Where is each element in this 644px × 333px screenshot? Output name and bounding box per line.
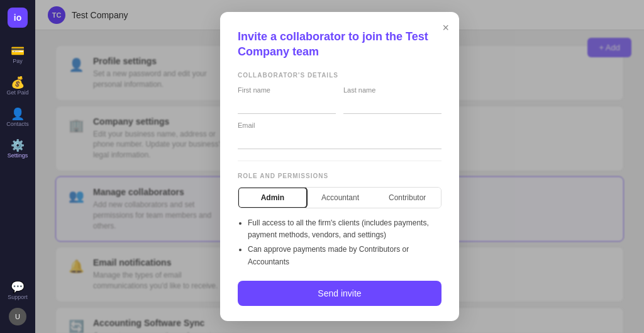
settings-icon: ⚙️ bbox=[11, 140, 25, 151]
role-section-label: ROLE AND PERMISSIONS bbox=[238, 172, 441, 179]
sidebar-item-support-label: Support bbox=[8, 294, 28, 300]
get-paid-icon: 💰 bbox=[11, 77, 25, 88]
modal-overlay: × Invite a collaborator to join the Test… bbox=[35, 0, 644, 333]
email-input[interactable] bbox=[238, 132, 441, 149]
role-admin-button[interactable]: Admin bbox=[238, 187, 308, 208]
sidebar-item-pay[interactable]: 💳 Pay bbox=[3, 40, 33, 69]
user-avatar[interactable]: U bbox=[9, 308, 26, 325]
support-icon: 💬 bbox=[11, 281, 25, 293]
form-divider bbox=[238, 161, 441, 161]
first-name-label: First name bbox=[238, 86, 336, 94]
modal-title: Invite a collaborator to join the Test C… bbox=[238, 30, 441, 59]
send-invite-button[interactable]: Send invite bbox=[238, 281, 441, 306]
permission-item-0: Full access to all the firm's clients (i… bbox=[248, 217, 441, 241]
sidebar-item-contacts-label: Contacts bbox=[6, 121, 29, 127]
user-avatar-initials: U bbox=[15, 313, 20, 320]
role-contributor-button[interactable]: Contributor bbox=[374, 188, 441, 208]
permission-item-1: Can approve payments made by Contributor… bbox=[248, 244, 441, 268]
modal-close-button[interactable]: × bbox=[442, 22, 449, 33]
sidebar-item-pay-label: Pay bbox=[13, 58, 23, 64]
sidebar-item-contacts[interactable]: 👤 Contacts bbox=[3, 103, 33, 132]
main-content: TC Test Company + Add 👤 Profile settings… bbox=[35, 0, 644, 333]
sidebar-item-settings[interactable]: ⚙️ Settings bbox=[3, 135, 33, 164]
last-name-label: Last name bbox=[343, 86, 441, 94]
invite-collaborator-modal: × Invite a collaborator to join the Test… bbox=[220, 12, 459, 321]
sidebar-item-get-paid-label: Get Paid bbox=[6, 89, 28, 96]
sidebar-item-settings-label: Settings bbox=[8, 152, 28, 159]
app-logo: io bbox=[8, 8, 28, 28]
sidebar: io 💳 Pay 💰 Get Paid 👤 Contacts ⚙️ Settin… bbox=[0, 0, 35, 333]
permissions-list: Full access to all the firm's clients (i… bbox=[238, 217, 441, 268]
role-selector: Admin Accountant Contributor bbox=[238, 187, 441, 208]
first-name-group: First name bbox=[238, 86, 336, 114]
sidebar-item-get-paid[interactable]: 💰 Get Paid bbox=[3, 72, 33, 101]
last-name-input[interactable] bbox=[343, 96, 441, 114]
modal-title-suffix: team bbox=[289, 45, 319, 58]
sidebar-item-support[interactable]: 💬 Support bbox=[3, 276, 33, 305]
modal-title-prefix: Invite a collaborator to join the bbox=[238, 30, 406, 43]
email-label: Email bbox=[238, 121, 441, 129]
role-accountant-button[interactable]: Accountant bbox=[307, 188, 374, 208]
pay-icon: 💳 bbox=[11, 45, 25, 57]
collaborator-section-label: COLLABORATOR'S DETAILS bbox=[238, 72, 441, 79]
last-name-group: Last name bbox=[343, 86, 441, 114]
contacts-icon: 👤 bbox=[11, 108, 25, 120]
name-row: First name Last name bbox=[238, 86, 441, 114]
first-name-input[interactable] bbox=[238, 96, 336, 114]
email-group: Email bbox=[238, 121, 441, 149]
